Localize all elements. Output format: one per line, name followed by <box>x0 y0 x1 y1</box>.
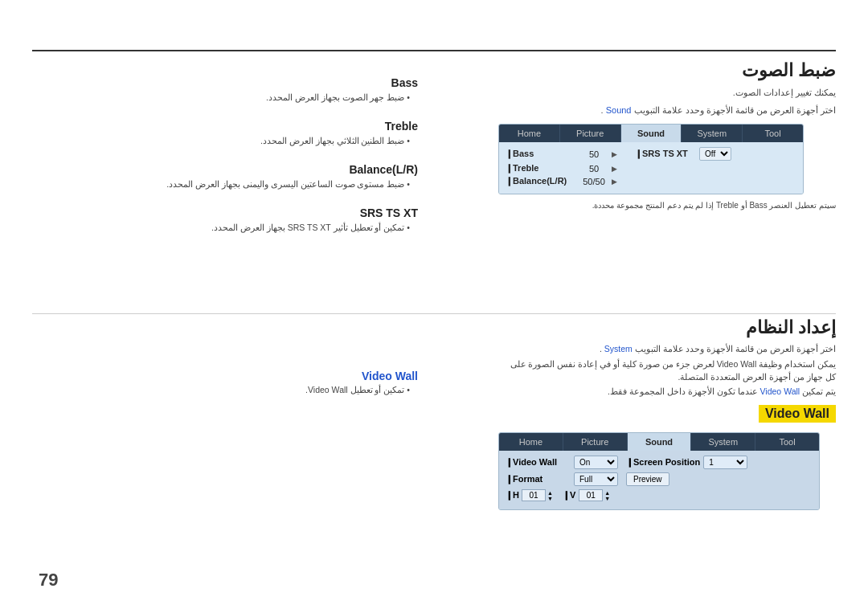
panel-row-bass: ❙Bass 50 ▶ ❙SRS TS XT Off On <box>506 147 796 161</box>
system-panel-body: ❙Video Wall On Off ❙Screen Position 1 2 … <box>499 451 819 509</box>
srs-block: SRS TS XT تمكين أو تعطيل تأثير SRS TS XT… <box>32 206 418 232</box>
videowall-highlight-wrapper: Video Wall <box>498 405 836 427</box>
screen-position-group: ❙Screen Position 1 2 <box>626 456 747 469</box>
balance-desc: ضبط مستوى صوت الساعتين اليسرى واليمنى بج… <box>32 179 418 189</box>
v-label: ❙V <box>563 490 575 501</box>
system-section: إعداد النظام اختر أجهزة العرض من قائمة ا… <box>498 317 836 510</box>
bass-arrow: ▶ <box>612 150 617 158</box>
sound-panel-tabs: Home Picture Sound System Tool <box>499 125 803 142</box>
left-system-content: Video Wall تمكين أو تعطيل Video Wall. <box>32 370 418 394</box>
balance-block: Balance(L/R) ضبط مستوى صوت الساعتين اليس… <box>32 163 418 189</box>
bass-value: 50 <box>578 149 610 159</box>
sound-title-arabic: ضبط الصوت <box>498 60 836 81</box>
system-row-hv: ❙H ▲ ▼ ❙V ▲ ▼ <box>506 489 813 501</box>
balance-title: Balance(L/R) <box>32 163 418 176</box>
screen-position-select[interactable]: 1 2 <box>703 456 747 469</box>
bass-label: ❙Bass <box>506 149 578 159</box>
srs-title: SRS TS XT <box>32 206 418 219</box>
bass-desc: ضبط جهر الصوت بجهاز العرض المحدد. <box>32 92 418 102</box>
system-row-videowall: ❙Video Wall On Off ❙Screen Position 1 2 <box>506 456 813 469</box>
system-ui-panel: Home Picture Sound System Tool ❙Video Wa… <box>498 432 820 510</box>
system-row-format: ❙Format Full User Preview <box>506 472 813 486</box>
bass-block: Bass ضبط جهر الصوت بجهاز العرض المحدد. <box>32 76 418 102</box>
panel-row-treble: ❙Treble 50 ▶ <box>506 163 796 174</box>
panel-row-balance: ❙Balance(L/R) 50/50 ▶ <box>506 176 796 186</box>
format-label: ❙Format <box>506 474 574 484</box>
videowall-item-desc: تمكين أو تعطيل Video Wall. <box>32 385 418 394</box>
sound-intro-2: اختر أجهزة العرض من قائمة الأجهزة وحدد ع… <box>498 104 836 118</box>
sound-intro-1: يمكنك تغيير إعدادات الصوت. <box>498 86 836 100</box>
sound-left-content: Bass ضبط جهر الصوت بجهاز العرض المحدد. T… <box>32 76 418 250</box>
v-spinner-arrows[interactable]: ▲ ▼ <box>604 490 610 501</box>
tab-sound[interactable]: Sound <box>621 125 682 142</box>
balance-arrow: ▶ <box>612 178 617 186</box>
system-panel-tabs: Home Picture Sound System Tool <box>499 433 819 451</box>
srs-desc: تمكين أو تعطيل تأثير SRS TS XT بجهاز الع… <box>32 223 418 232</box>
treble-desc: ضبط الطنين الثلاثي بجهاز العرض المحدد. <box>32 136 418 145</box>
system-intro-2: يمكن استخدام وظيفة Video Wall لعرض جزء م… <box>498 358 836 384</box>
system-intro-3: يتم تمكين Video Wall عندما تكون الأجهزة … <box>498 386 836 398</box>
bass-title: Bass <box>32 76 418 89</box>
sys-tab-tool[interactable]: Tool <box>755 433 819 451</box>
srs-select[interactable]: Off On <box>699 147 731 161</box>
sound-panel-wrapper: Home Picture Sound System Tool ❙Bass 50 … <box>498 124 836 194</box>
treble-title: Treble <box>32 120 418 133</box>
videowall-item-title: Video Wall <box>32 370 418 382</box>
balance-label: ❙Balance(L/R) <box>506 176 578 186</box>
sys-tab-picture[interactable]: Picture <box>563 433 628 451</box>
system-title-arabic: إعداد النظام <box>498 317 836 338</box>
sys-tab-home[interactable]: Home <box>499 433 563 451</box>
sys-tab-sound[interactable]: Sound <box>628 433 692 451</box>
page-number: 79 <box>39 570 58 591</box>
tab-system[interactable]: System <box>682 125 743 142</box>
balance-value: 50/50 <box>578 177 610 186</box>
treble-label: ❙Treble <box>506 163 578 174</box>
h-spinner-arrows[interactable]: ▲ ▼ <box>547 490 553 501</box>
format-select[interactable]: Full User <box>574 472 618 486</box>
videowall-highlight-label: Video Wall <box>759 405 836 423</box>
treble-block: Treble ضبط الطنين الثلاثي بجهاز العرض ال… <box>32 120 418 145</box>
mid-divider <box>32 313 836 314</box>
v-input[interactable] <box>579 489 603 501</box>
sound-section: ضبط الصوت يمكنك تغيير إعدادات الصوت. اخت… <box>498 60 836 210</box>
tab-tool[interactable]: Tool <box>743 125 803 142</box>
srs-label: ❙SRS TS XT <box>635 149 699 159</box>
system-intro-1: اختر أجهزة العرض من قائمة الأجهزة وحدد ع… <box>498 343 836 356</box>
sys-tab-system[interactable]: System <box>691 433 755 451</box>
videowall-select[interactable]: On Off <box>574 456 618 469</box>
sound-ui-panel: Home Picture Sound System Tool ❙Bass 50 … <box>498 124 804 194</box>
treble-arrow: ▶ <box>612 165 617 173</box>
h-label: ❙H <box>506 490 522 501</box>
sound-note: سيتم تعطيل العنصر Bass أو Treble إذا لم … <box>498 201 836 210</box>
preview-group: Preview <box>626 472 669 486</box>
preview-button[interactable]: Preview <box>626 472 669 486</box>
h-input[interactable] <box>522 489 546 501</box>
screen-position-label: ❙Screen Position <box>626 457 700 468</box>
sound-panel-body: ❙Bass 50 ▶ ❙SRS TS XT Off On ❙Treble 50 … <box>499 142 803 194</box>
tab-picture[interactable]: Picture <box>560 125 621 142</box>
videowall-row-label: ❙Video Wall <box>506 457 574 468</box>
treble-value: 50 <box>578 164 610 174</box>
top-divider <box>32 50 836 51</box>
tab-home[interactable]: Home <box>499 125 560 142</box>
